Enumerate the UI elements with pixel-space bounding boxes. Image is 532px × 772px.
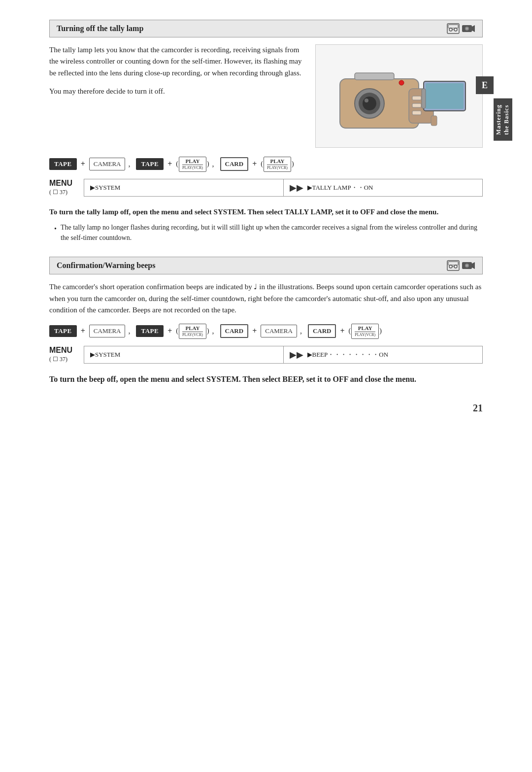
section1-menu-step2: ▶▶ ▶TALLY LAMP・・ON <box>284 179 483 196</box>
play-button-2: PLAY PLAY(VCR) <box>264 157 291 172</box>
section2-header: Confirmation/Warning beeps <box>49 257 483 274</box>
svg-rect-18 <box>355 73 394 80</box>
svg-rect-23 <box>422 89 426 108</box>
section2-menu-label: MENU <box>49 346 79 355</box>
svg-point-8 <box>466 28 468 30</box>
section2-menu-ref: ( ☐ 37) <box>49 356 67 363</box>
play-button-1: PLAY PLAY(VCR) <box>179 157 206 172</box>
section1-body2: You may therefore decide to turn it off. <box>49 86 305 97</box>
svg-marker-30 <box>472 262 475 269</box>
side-e-label: E <box>476 76 494 94</box>
play-button-4: PLAY PLAY(VCR) <box>351 324 379 339</box>
page-container: E Masteringthe Basics Turning off the ta… <box>20 0 512 429</box>
svg-rect-28 <box>448 262 458 265</box>
svg-rect-0 <box>447 24 459 34</box>
tape-icon-header <box>447 23 460 34</box>
section1-button-row: TAPE + CAMERA , TAPE + ( PLAY PLAY(VCR) … <box>49 157 483 172</box>
svg-rect-24 <box>447 261 459 270</box>
tape-button-3: TAPE <box>49 325 77 337</box>
section2-menu-area: MENU ( ☐ 37) ▶SYSTEM ▶▶ ▶BEEP・・・・・・・・ON <box>49 346 483 364</box>
svg-rect-4 <box>448 25 458 28</box>
section1-content: The tally lamp lets you know that the ca… <box>49 44 483 148</box>
camera-icon-header2 <box>462 260 475 271</box>
card-button-1: CARD <box>220 157 249 171</box>
section1-menu-ref: ( ☐ 37) <box>49 189 67 196</box>
section1-header: Turning off the tally lamp <box>49 20 483 37</box>
section2-instruction: To turn the beep off, open the menu and … <box>49 373 483 385</box>
section1-header-icons <box>447 23 475 34</box>
svg-rect-22 <box>431 116 437 126</box>
page-number: 21 <box>473 403 483 414</box>
section2-header-icons <box>447 260 475 271</box>
section1-image <box>315 44 483 148</box>
section2: Confirmation/Warning beeps The camco <box>49 257 483 385</box>
section1: Turning off the tally lamp <box>49 20 483 243</box>
section1-title: Turning off the tally lamp <box>57 24 143 33</box>
camera-button-3: CAMERA <box>261 325 297 337</box>
svg-rect-19 <box>412 96 421 100</box>
svg-point-26 <box>454 265 457 268</box>
svg-point-13 <box>363 97 376 110</box>
section2-menu-step1: ▶SYSTEM <box>84 346 284 363</box>
section1-body1: The tally lamp lets you know that the ca… <box>49 44 305 79</box>
svg-point-1 <box>449 28 452 31</box>
svg-point-17 <box>399 80 404 85</box>
section2-title: Confirmation/Warning beeps <box>57 261 155 270</box>
svg-point-2 <box>454 28 457 31</box>
svg-marker-6 <box>472 25 475 32</box>
svg-rect-16 <box>426 83 464 109</box>
camera-icon-header <box>462 23 475 34</box>
side-tab: Masteringthe Basics <box>494 99 512 141</box>
svg-point-14 <box>365 99 368 102</box>
section1-menu-area: MENU ( ☐ 37) ▶SYSTEM ▶▶ ▶TALLY LAMP・・ON <box>49 179 483 197</box>
camcorder-illustration <box>325 49 473 143</box>
section2-button-row: TAPE + CAMERA , TAPE + ( PLAY PLAY(VCR) … <box>49 324 483 339</box>
section1-bullet: • The tally lamp no longer flashes durin… <box>49 222 483 243</box>
section1-menu-label: MENU <box>49 179 79 188</box>
tape-button-4: TAPE <box>136 325 164 337</box>
section1-menu-steps: ▶SYSTEM ▶▶ ▶TALLY LAMP・・ON <box>84 179 483 197</box>
camera-button-1: CAMERA <box>89 158 126 170</box>
svg-point-25 <box>449 265 452 268</box>
section2-body: The camcorder's short operation confirma… <box>49 281 483 316</box>
svg-rect-20 <box>412 103 421 107</box>
svg-point-32 <box>466 265 468 267</box>
tape-button-1: TAPE <box>49 158 77 170</box>
section1-instruction: To turn the tally lamp off, open the men… <box>49 206 483 218</box>
tape-button-2: TAPE <box>136 158 164 170</box>
section1-menu-step1: ▶SYSTEM <box>84 179 284 196</box>
camera-button-2: CAMERA <box>89 325 126 337</box>
tape-icon-header2 <box>447 260 460 271</box>
section2-menu-step2: ▶▶ ▶BEEP・・・・・・・・ON <box>284 346 483 363</box>
play-button-3: PLAY PLAY(VCR) <box>179 324 206 339</box>
card-button-3: CARD <box>308 324 336 338</box>
section2-menu-steps: ▶SYSTEM ▶▶ ▶BEEP・・・・・・・・ON <box>84 346 483 364</box>
svg-rect-21 <box>412 111 421 115</box>
section1-text: The tally lamp lets you know that the ca… <box>49 44 305 148</box>
card-button-2: CARD <box>220 324 249 338</box>
